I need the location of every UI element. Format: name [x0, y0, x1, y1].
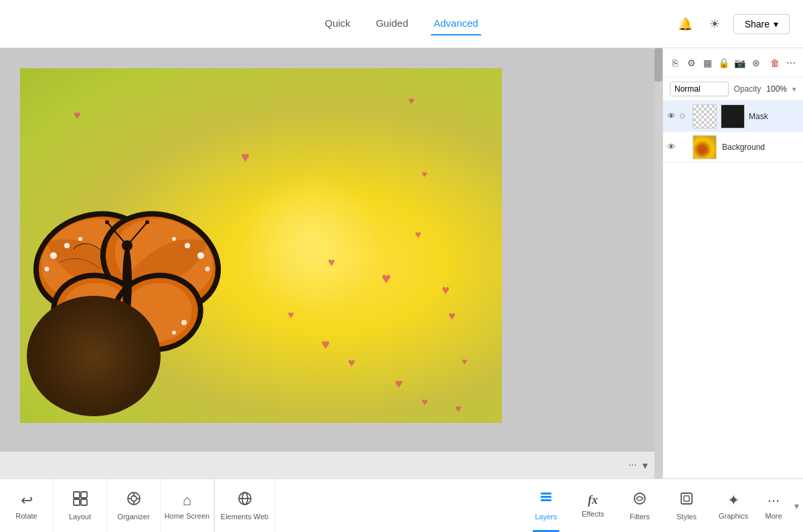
svg-point-4	[64, 243, 70, 248]
heart-overlay: ♥	[408, 95, 415, 107]
grid-icon[interactable]: ▦	[701, 54, 714, 72]
canvas-area: ♥♥♥♥♥♥♥♥♥♥♥♥♥♥♥♥♥♥	[0, 48, 662, 478]
opacity-arrow-icon[interactable]: ▾	[792, 85, 796, 94]
blend-mode-select[interactable]: Normal Dissolve Multiply Screen Overlay	[670, 82, 729, 96]
layers-icon	[539, 491, 553, 510]
eye-icon-mask[interactable]: 👁	[667, 111, 679, 121]
svg-rect-47	[681, 493, 692, 504]
heart-overlay: ♥	[288, 309, 294, 321]
layer-background-thumb	[693, 135, 717, 159]
layer-background[interactable]: 👁 ⊙ Background	[663, 132, 803, 163]
eye-icon-background[interactable]: 👁	[667, 142, 679, 152]
opacity-label: Opacity	[734, 84, 762, 94]
chain-icon-background[interactable]: ⊙	[679, 143, 690, 151]
styles-label: Styles	[677, 513, 697, 521]
svg-point-11	[185, 243, 190, 248]
svg-point-13	[205, 267, 210, 272]
tab-group: Quick Guided Advanced	[322, 12, 480, 35]
svg-rect-44	[541, 499, 551, 501]
top-bar-actions: 🔔 ☀ Share ▾	[675, 13, 790, 35]
shield-icon[interactable]: ⊛	[749, 54, 763, 72]
effects-label: Effects	[582, 510, 604, 518]
styles-icon	[679, 491, 694, 510]
organizer-label: Organizer	[117, 513, 149, 521]
svg-rect-43	[541, 496, 551, 498]
toolbar-home-screen[interactable]: ⌂ Home Screen	[161, 479, 214, 532]
heart-overlay: ♥	[321, 336, 330, 353]
toolbar-more[interactable]: ··· More	[757, 479, 790, 532]
svg-point-35	[131, 496, 137, 501]
copy-layer-icon[interactable]: ⎘	[668, 54, 682, 72]
svg-point-6	[45, 267, 50, 272]
toolbar-graphics[interactable]: ✦ Graphics	[710, 479, 757, 532]
top-bar: Quick Guided Advanced 🔔 ☀ Share ▾	[0, 0, 803, 48]
chevron-down-icon[interactable]: ▾	[642, 459, 648, 472]
brightness-icon[interactable]: ☀	[704, 13, 725, 35]
settings-icon[interactable]: ⚙	[685, 54, 698, 72]
toolbar-organizer[interactable]: Organizer	[107, 479, 161, 532]
elements-web-label: Elements Web	[221, 513, 268, 521]
svg-point-5	[78, 237, 82, 241]
heart-overlay: ♥	[422, 396, 428, 408]
scrollbar-vertical[interactable]	[654, 48, 662, 478]
notification-icon[interactable]: 🔔	[675, 13, 696, 35]
toolbar-right: Layers fx Effects Filters	[523, 479, 803, 532]
toolbar-collapse[interactable]: ▾	[790, 479, 803, 532]
toolbar-layers[interactable]: Layers	[523, 479, 569, 532]
svg-rect-31	[81, 492, 87, 498]
panel-toolbar: ⎘ ⚙ ▦ 🔒 📷 ⊛ 🗑 ⋯	[663, 48, 803, 78]
lock-icon[interactable]: 🔒	[717, 54, 730, 72]
main-area: ♥♥♥♥♥♥♥♥♥♥♥♥♥♥♥♥♥♥	[0, 48, 803, 478]
more-icon: ···	[768, 492, 780, 509]
effects-icon: fx	[588, 493, 598, 507]
layer-background-group: Background	[690, 135, 799, 159]
layer-background-name: Background	[719, 143, 799, 152]
right-panel: ⎘ ⚙ ▦ 🔒 📷 ⊛ 🗑 ⋯ Normal Dissolve Multiply…	[662, 48, 803, 478]
svg-rect-32	[74, 499, 80, 505]
svg-point-23	[172, 331, 176, 335]
canvas-image[interactable]: ♥♥♥♥♥♥♥♥♥♥♥♥♥♥♥♥♥♥	[20, 68, 502, 423]
svg-point-12	[172, 237, 176, 241]
svg-point-29	[145, 220, 149, 224]
share-button[interactable]: Share ▾	[733, 14, 790, 34]
heart-overlay: ♥	[415, 229, 422, 241]
elements-web-icon	[238, 491, 252, 510]
toolbar-filters[interactable]: Filters	[616, 479, 663, 532]
chain-icon-mask[interactable]: ⊙	[679, 112, 690, 120]
scrollbar-thumb[interactable]	[654, 48, 662, 82]
graphics-label: Graphics	[719, 512, 748, 520]
toolbar-layout[interactable]: Layout	[54, 479, 107, 532]
share-arrow-icon: ▾	[774, 19, 778, 29]
toolbar-effects[interactable]: fx Effects	[569, 479, 616, 532]
svg-point-27	[105, 220, 109, 224]
heart-overlay: ♥	[462, 356, 467, 367]
layer-mask[interactable]: 👁 ⊙ Mask	[663, 101, 803, 132]
more-panel-icon[interactable]: ⋯	[784, 54, 798, 72]
toolbar-elements-web[interactable]: Elements Web	[215, 479, 275, 532]
home-screen-icon: ⌂	[183, 492, 191, 509]
heart-overlay: ♥	[328, 256, 335, 270]
layer-mask-group: Mask	[690, 104, 799, 128]
heart-overlay: ♥	[241, 149, 250, 166]
layout-icon	[73, 491, 88, 510]
tab-quick[interactable]: Quick	[322, 12, 353, 35]
more-label: More	[765, 512, 782, 520]
layers-label: Layers	[535, 513, 557, 521]
home-screen-label: Home Screen	[165, 512, 209, 520]
share-label: Share	[745, 19, 770, 29]
camera-icon[interactable]: 📷	[733, 54, 747, 72]
canvas-inner: ♥♥♥♥♥♥♥♥♥♥♥♥♥♥♥♥♥♥	[0, 48, 662, 478]
chevron-icon: ▾	[794, 501, 799, 511]
filters-label: Filters	[630, 513, 650, 521]
toolbar-styles[interactable]: Styles	[663, 479, 710, 532]
delete-icon[interactable]: 🗑	[768, 54, 782, 72]
svg-point-10	[197, 252, 204, 259]
heart-overlay: ♥	[442, 282, 450, 298]
opacity-value: 100%	[766, 84, 787, 94]
toolbar-rotate[interactable]: ↩ Rotate	[0, 479, 54, 532]
layout-label: Layout	[69, 513, 91, 521]
tab-advanced[interactable]: Advanced	[431, 12, 481, 35]
svg-rect-45	[541, 493, 551, 495]
tab-guided[interactable]: Guided	[373, 12, 411, 35]
more-options-icon[interactable]: ···	[628, 459, 637, 471]
